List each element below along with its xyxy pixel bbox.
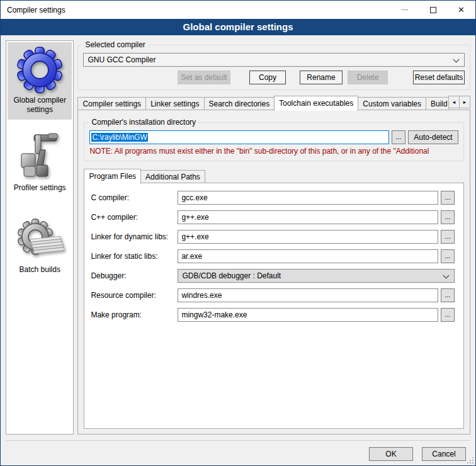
resize-grip[interactable] bbox=[472, 462, 473, 463]
sidebar-item-batch-builds[interactable]: Batch builds bbox=[8, 214, 72, 280]
sidebar-item-label: Batch builds bbox=[9, 265, 71, 275]
resource-compiler-input[interactable] bbox=[178, 288, 438, 302]
field-row-resource-compiler: Resource compiler: ... bbox=[91, 288, 455, 302]
tab-program-files[interactable]: Program Files bbox=[84, 169, 141, 184]
browse-static-linker-button[interactable]: ... bbox=[441, 249, 455, 263]
program-files-tabstrip: Program Files Additional Paths bbox=[84, 169, 464, 183]
bin-subdirectory-note: NOTE: All programs must exist either in … bbox=[89, 147, 458, 156]
dynamic-linker-input[interactable] bbox=[178, 230, 438, 244]
browse-dynamic-linker-button[interactable]: ... bbox=[441, 230, 455, 244]
group-legend: Selected compiler bbox=[82, 40, 147, 49]
c-compiler-input[interactable] bbox=[178, 191, 438, 205]
browse-c-compiler-button[interactable]: ... bbox=[441, 191, 455, 205]
blue-gear-icon bbox=[9, 46, 71, 94]
install-directory-group: Compiler's installation directory C:\ray… bbox=[84, 122, 464, 161]
reset-defaults-button[interactable]: Reset defaults bbox=[413, 71, 465, 84]
field-row-c-compiler: C compiler: ... bbox=[91, 191, 455, 205]
copy-button[interactable]: Copy bbox=[249, 71, 286, 84]
group-legend: Compiler's installation directory bbox=[89, 118, 198, 127]
field-row-cpp-compiler: C++ compiler: ... bbox=[91, 210, 455, 224]
delete-button[interactable]: Delete bbox=[348, 71, 388, 84]
chevron-down-icon bbox=[443, 273, 450, 279]
debugger-select[interactable]: GDB/CDB debugger : Default bbox=[178, 269, 455, 283]
program-files-page: C compiler: ... C++ compiler: ... Linker… bbox=[84, 183, 464, 429]
cpp-compiler-input[interactable] bbox=[178, 210, 438, 224]
compiler-select-value: GNU GCC Compiler bbox=[88, 55, 156, 64]
selected-path-text: C:\raylib\MinGW bbox=[91, 133, 147, 142]
tab-search-directories[interactable]: Search directories bbox=[204, 97, 275, 110]
window-controls: ✕ bbox=[390, 1, 475, 19]
dialog-body: Global compiler settings bbox=[1, 35, 475, 435]
compiler-buttons: Set as default Copy Rename Delete Reset … bbox=[83, 71, 465, 84]
tab-compiler-settings[interactable]: Compiler settings bbox=[77, 97, 146, 110]
main-panel: Selected compiler GNU GCC Compiler Set a… bbox=[77, 40, 470, 435]
minimize-icon bbox=[401, 9, 408, 10]
settings-tabstrip: Compiler settings Linker settings Search… bbox=[77, 96, 470, 110]
sidebar-item-profiler-settings[interactable]: Profiler settings bbox=[8, 127, 72, 198]
auto-detect-button[interactable]: Auto-detect bbox=[408, 130, 458, 144]
tab-scroll-right-button[interactable]: ▸ bbox=[459, 96, 470, 108]
compiler-settings-dialog: Compiler settings ✕ Global compiler sett… bbox=[0, 0, 476, 466]
make-program-input[interactable] bbox=[178, 308, 438, 322]
compiler-select[interactable]: GNU GCC Compiler bbox=[83, 53, 465, 67]
install-directory-row: C:\raylib\MinGW ... Auto-detect bbox=[89, 130, 458, 144]
grey-gear-stack-icon bbox=[9, 218, 71, 263]
install-directory-input[interactable]: C:\raylib\MinGW bbox=[89, 130, 389, 144]
page-title: Global compiler settings bbox=[1, 19, 475, 35]
browse-resource-compiler-button[interactable]: ... bbox=[441, 288, 455, 302]
caliper-blocks-icon bbox=[9, 131, 71, 181]
tab-linker-settings[interactable]: Linker settings bbox=[145, 97, 204, 110]
field-label: Make program: bbox=[91, 310, 178, 319]
tab-additional-paths[interactable]: Additional Paths bbox=[140, 170, 205, 183]
field-row-dynamic-linker: Linker for dynamic libs: ... bbox=[91, 230, 455, 244]
dialog-footer: OK Cancel bbox=[6, 440, 470, 461]
sidebar: Global compiler settings bbox=[6, 40, 74, 435]
selected-compiler-group: Selected compiler GNU GCC Compiler Set a… bbox=[77, 45, 470, 90]
maximize-icon bbox=[430, 7, 436, 13]
minimize-button[interactable] bbox=[390, 1, 419, 19]
tab-build-options[interactable]: Build bbox=[426, 97, 450, 110]
field-row-static-linker: Linker for static libs: ... bbox=[91, 249, 455, 263]
field-row-debugger: Debugger: GDB/CDB debugger : Default bbox=[91, 269, 455, 283]
toolchain-executables-page: Compiler's installation directory C:\ray… bbox=[77, 110, 470, 435]
tab-toolchain-executables[interactable]: Toolchain executables bbox=[274, 96, 358, 111]
field-label: C compiler: bbox=[91, 193, 178, 202]
set-as-default-button[interactable]: Set as default bbox=[178, 71, 230, 84]
debugger-select-value: GDB/CDB debugger : Default bbox=[182, 271, 281, 280]
tab-scroll-controls: ◂ ▸ bbox=[449, 96, 470, 108]
field-label: Resource compiler: bbox=[91, 291, 178, 300]
titlebar: Compiler settings ✕ bbox=[1, 1, 475, 19]
ok-button[interactable]: OK bbox=[369, 447, 413, 461]
close-button[interactable]: ✕ bbox=[447, 1, 475, 19]
browse-make-program-button[interactable]: ... bbox=[441, 308, 455, 322]
static-linker-input[interactable] bbox=[178, 249, 438, 263]
field-row-make-program: Make program: ... bbox=[91, 308, 455, 322]
sidebar-item-label: Profiler settings bbox=[9, 183, 71, 193]
sidebar-item-global-compiler-settings[interactable]: Global compiler settings bbox=[8, 42, 72, 120]
tab-scroll-left-button[interactable]: ◂ bbox=[448, 96, 460, 108]
browse-directory-button[interactable]: ... bbox=[392, 130, 405, 144]
field-label: C++ compiler: bbox=[91, 213, 178, 222]
close-icon: ✕ bbox=[458, 6, 465, 14]
cancel-button[interactable]: Cancel bbox=[422, 447, 466, 461]
field-label: Linker for dynamic libs: bbox=[91, 232, 178, 241]
sidebar-item-label: Global compiler settings bbox=[9, 96, 71, 115]
browse-cpp-compiler-button[interactable]: ... bbox=[441, 210, 455, 224]
maximize-button[interactable] bbox=[419, 1, 447, 19]
chevron-down-icon bbox=[453, 57, 460, 63]
field-label: Debugger: bbox=[91, 271, 178, 280]
field-label: Linker for static libs: bbox=[91, 252, 178, 261]
tab-custom-variables[interactable]: Custom variables bbox=[358, 97, 426, 110]
rename-button[interactable]: Rename bbox=[300, 71, 343, 84]
window-title: Compiler settings bbox=[1, 6, 65, 14]
